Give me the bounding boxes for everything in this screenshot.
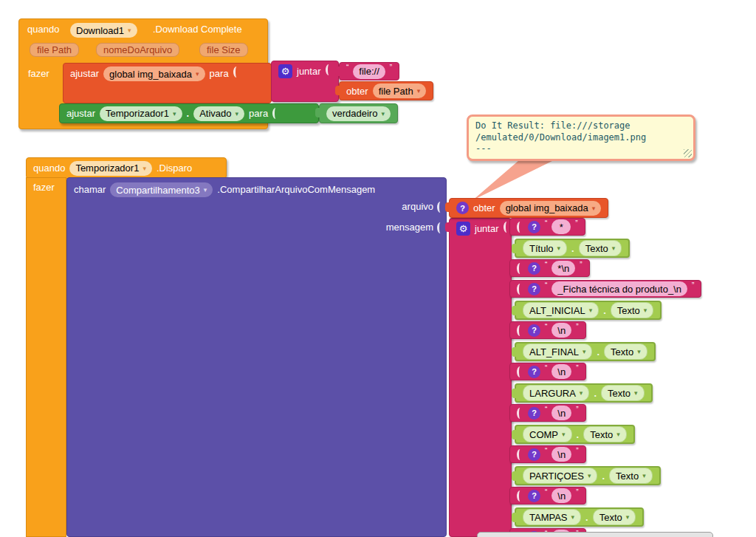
string-value-field[interactable]: *\n <box>551 261 575 276</box>
warning-icon[interactable]: ? <box>456 202 469 214</box>
horizontal-scrollbar[interactable] <box>477 532 713 537</box>
socket-notch <box>326 64 332 75</box>
component-getter-block[interactable]: PARTIÇOES▾.Texto▾ <box>515 466 661 485</box>
warning-icon[interactable]: ? <box>528 262 540 275</box>
socket-notch <box>437 202 444 213</box>
chevron-down-icon: ▾ <box>173 110 176 117</box>
open-quote: “ <box>545 406 547 414</box>
component-dropdown[interactable]: Título▾ <box>523 240 567 256</box>
component-getter-block[interactable]: Título▾.Texto▾ <box>515 239 630 258</box>
component-getter-block[interactable]: ALT_FINAL▾.Texto▾ <box>515 342 656 361</box>
socket-notch <box>233 66 240 78</box>
open-quote: “ <box>545 364 547 372</box>
warning-icon[interactable]: ? <box>528 407 540 420</box>
variable-dropdown[interactable]: file Path ▾ <box>373 83 427 98</box>
event-block-timer-body[interactable] <box>26 177 66 537</box>
component-dropdown[interactable]: Download1 ▾ <box>70 23 137 38</box>
open-quote: “ <box>346 64 348 72</box>
event-name-label: .Disparo <box>157 163 192 174</box>
get-variable-block[interactable]: ? obter global img_baixada ▾ <box>449 198 608 218</box>
juntar-block-top[interactable]: ⚙ juntar <box>271 61 339 102</box>
component-dropdown[interactable]: TAMPAS▾ <box>523 509 581 525</box>
mutator-gear-icon[interactable]: ⚙ <box>456 222 470 236</box>
logic-dropdown[interactable]: verdadeiro ▾ <box>326 106 391 121</box>
juntar-block-mensagem[interactable]: ⚙ juntar <box>449 218 512 537</box>
socket-notch <box>437 222 444 233</box>
warning-icon[interactable]: ? <box>528 283 540 295</box>
variable-dropdown[interactable]: global img_baixada ▾ <box>103 66 205 81</box>
event-block-timer[interactable]: quando Temporizador1 ▾ .Disparo <box>26 157 227 179</box>
do-it-result-bubble[interactable]: Do It Result: file:///storage /emulated/… <box>467 114 695 161</box>
warning-icon[interactable]: ? <box>528 448 540 461</box>
string-value-field[interactable]: \n <box>551 488 571 503</box>
component-dropdown-value: Título <box>529 243 554 254</box>
string-value-field[interactable]: \n <box>551 406 571 420</box>
component-dropdown[interactable]: COMP▾ <box>523 426 572 442</box>
string-value-field[interactable]: \n <box>551 323 571 338</box>
logic-true-block[interactable]: verdadeiro ▾ <box>319 103 398 123</box>
param-chip-file-path[interactable]: file Path <box>30 43 79 57</box>
component-dropdown[interactable]: ALT_FINAL▾ <box>523 343 592 360</box>
property-dropdown[interactable]: Texto▾ <box>604 343 647 360</box>
juntar-label: juntar <box>297 64 321 78</box>
warning-icon[interactable]: ? <box>528 366 540 378</box>
component-getter-block[interactable]: ALT_INICIAL▾.Texto▾ <box>515 301 662 320</box>
component-getter-block[interactable]: LARGURA▾.Texto▾ <box>515 383 653 403</box>
dot-separator: . <box>597 346 599 358</box>
text-string-block[interactable]: “ file:// ” <box>339 62 399 81</box>
property-dropdown[interactable]: Texto▾ <box>601 385 645 401</box>
chevron-down-icon: ▾ <box>417 87 421 95</box>
property-dropdown[interactable]: Texto▾ <box>609 468 653 484</box>
string-value-field[interactable]: \n <box>551 447 571 462</box>
chevron-down-icon: ▾ <box>196 70 199 78</box>
component-dropdown[interactable]: PARTIÇOES▾ <box>523 468 597 484</box>
close-quote: ” <box>575 219 577 228</box>
property-dropdown[interactable]: Texto▾ <box>583 426 627 442</box>
property-dropdown[interactable]: Ativado ▾ <box>193 106 244 121</box>
chevron-down-icon: ▾ <box>642 472 646 479</box>
text-string-block[interactable]: ?“\n” <box>509 321 586 339</box>
text-string-block[interactable]: ?“*\n” <box>509 259 590 277</box>
string-value-field[interactable]: \n <box>551 364 571 379</box>
text-string-block[interactable]: ?“\n” <box>509 487 586 504</box>
component-getter-block[interactable]: COMP▾.Texto▾ <box>515 425 635 444</box>
blocks-workspace[interactable]: quando Download1 ▾ .Download Complete fi… <box>0 0 756 537</box>
bubble-resize-handle[interactable] <box>684 149 692 157</box>
component-getter-block[interactable]: TAMPAS▾.Texto▾ <box>515 507 644 527</box>
string-value-field[interactable]: file:// <box>353 64 385 79</box>
text-string-block[interactable]: ?“\n” <box>509 363 586 380</box>
text-string-block[interactable]: ?“_Ficha técnica do produto_\n” <box>509 280 701 298</box>
close-quote: ” <box>576 323 578 331</box>
component-dropdown[interactable]: Compartilhamento3 ▾ <box>110 182 213 197</box>
variable-dropdown[interactable]: global img_baixada ▾ <box>500 201 602 216</box>
dot-separator: . <box>602 471 605 482</box>
set-variable-block[interactable]: ajustar global img_baixada ▾ para <box>63 63 272 103</box>
param-chip-nome[interactable]: nomeDoArquivo <box>96 43 179 57</box>
get-variable-block[interactable]: obter file Path ▾ <box>339 81 433 100</box>
property-dropdown[interactable]: Texto▾ <box>593 509 636 525</box>
mutator-gear-icon[interactable]: ⚙ <box>278 64 292 78</box>
component-dropdown[interactable]: Temporizador1 ▾ <box>100 106 182 121</box>
component-dropdown[interactable]: ALT_INICIAL▾ <box>523 302 599 318</box>
warning-icon[interactable]: ? <box>528 324 540 337</box>
component-dropdown[interactable]: LARGURA▾ <box>523 385 589 401</box>
fazer-label: fazer <box>28 68 49 79</box>
variable-dropdown-value: file Path <box>379 86 413 97</box>
property-dropdown[interactable]: Texto▾ <box>611 302 654 318</box>
set-property-block[interactable]: ajustar Temporizador1 ▾ . Ativado ▾ para <box>59 103 319 123</box>
string-value-field[interactable]: * <box>551 219 571 234</box>
param-chip-file-size[interactable]: file Size <box>199 43 248 57</box>
quando-label: quando <box>33 163 65 174</box>
string-value-field[interactable]: _Ficha técnica do produto_\n <box>551 281 687 296</box>
logic-dropdown-value: verdadeiro <box>332 108 377 119</box>
warning-icon[interactable]: ? <box>528 490 540 502</box>
property-dropdown-value: Texto <box>599 512 622 523</box>
component-dropdown[interactable]: Temporizador1 ▾ <box>69 161 152 176</box>
text-string-block[interactable]: ?“\n” <box>509 404 586 422</box>
arg-label-mensagem: mensagem <box>66 222 433 233</box>
property-dropdown[interactable]: Texto▾ <box>579 240 622 256</box>
socket-notch <box>517 449 523 460</box>
text-string-block[interactable]: ?“\n” <box>509 445 586 463</box>
text-string-block[interactable]: ?“*” <box>509 218 585 236</box>
warning-icon[interactable]: ? <box>528 221 540 233</box>
